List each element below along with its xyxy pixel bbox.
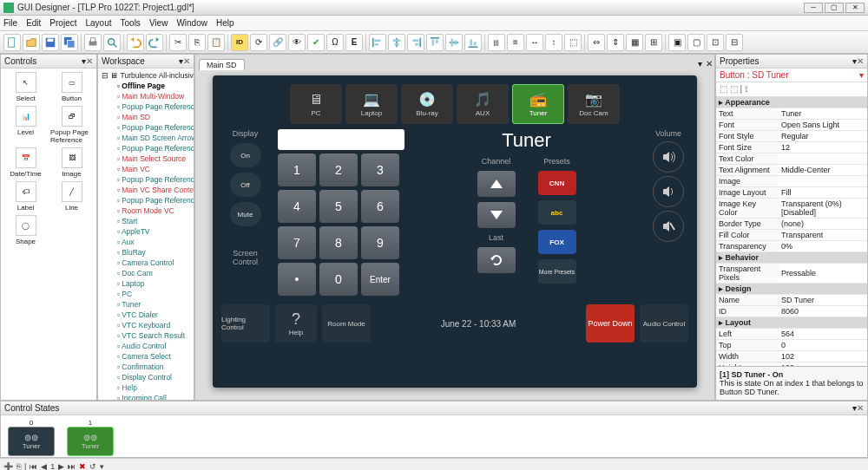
channel-up-button[interactable] [477, 171, 516, 197]
menu-edit[interactable]: Edit [26, 18, 41, 28]
key-2[interactable]: 2 [319, 153, 358, 186]
bring-front-icon[interactable]: ▣ [668, 34, 686, 51]
panel-close-icon[interactable]: ✕ [857, 403, 864, 413]
tree-item[interactable]: ▫ Popup Page Reference1 [100, 101, 192, 112]
prop-value[interactable]: Middle-Center [779, 165, 867, 176]
prop-value[interactable]: Open Sans Light [779, 120, 867, 131]
check-icon[interactable]: ✔ [307, 34, 325, 51]
undo-icon[interactable] [127, 34, 144, 51]
preview-icon[interactable] [103, 34, 121, 51]
tree-item[interactable]: ▫ Laptop [100, 278, 192, 289]
preset-cnn[interactable]: CNN [538, 171, 576, 195]
reset-icon[interactable]: ↺ [89, 462, 96, 471]
tree-item[interactable]: ▫ Main SD Screen Arrows [100, 133, 192, 143]
tree-item[interactable]: ▫ Main VC Share Content [100, 185, 192, 195]
add-state-icon[interactable]: ➕ [3, 462, 13, 471]
tree-item[interactable]: ▫ Popup Page Reference1 [100, 143, 192, 153]
menu-layout[interactable]: Layout [85, 18, 111, 28]
tab-dropdown-icon[interactable]: ▾ [696, 57, 704, 70]
prop-value[interactable] [779, 153, 867, 165]
key-9[interactable]: 9 [361, 226, 399, 259]
panel-close-icon[interactable]: ✕ [857, 56, 864, 66]
key-3[interactable]: 3 [361, 153, 399, 186]
menu-project[interactable]: Project [49, 18, 76, 28]
distribute-h-icon[interactable]: ⫼ [488, 34, 505, 51]
tree-item[interactable]: ▫ Confirmation [100, 362, 192, 372]
tree-item[interactable]: ▫ VTC Dialer [100, 310, 192, 320]
properties-toolbar[interactable]: ⬚ ⬚ | ⟟ [716, 82, 867, 97]
align-bottom-icon[interactable] [464, 34, 482, 51]
prop-category[interactable]: ▸ Layout [716, 317, 867, 329]
menu-help[interactable]: Help [216, 18, 234, 28]
tree-item[interactable]: ▫ Popup Page Reference1 [100, 122, 192, 133]
prop-value[interactable]: 564 [779, 329, 867, 340]
new-icon[interactable] [3, 34, 21, 51]
volume-up-button[interactable] [653, 141, 684, 173]
link-icon[interactable]: 🔗 [269, 34, 286, 51]
tree-item[interactable]: ▫ Main SD [100, 112, 192, 122]
print-icon[interactable] [84, 34, 102, 51]
menu-file[interactable]: File [3, 18, 17, 28]
control-shape[interactable]: ◯Shape [4, 215, 47, 245]
tree-item[interactable]: ▫ Main Multi-Window [100, 91, 192, 101]
maximize-button[interactable]: ▢ [825, 3, 844, 13]
control-level[interactable]: 📊Level [4, 106, 47, 144]
snap-icon[interactable]: ⊞ [645, 34, 662, 51]
save-icon[interactable] [42, 34, 59, 51]
control-button[interactable]: ▭Button [50, 72, 93, 102]
source-blu-ray[interactable]: 💿Blu-ray [401, 84, 453, 124]
source-aux[interactable]: 🎵AUX [457, 84, 509, 124]
distribute-v-icon[interactable]: ≡ [507, 34, 524, 51]
tree-item[interactable]: ▫ Room Mode VC [100, 206, 192, 216]
copy-icon[interactable]: ⎘ [188, 34, 206, 51]
delete-icon[interactable]: ✖ [79, 462, 86, 471]
state-thumb-1[interactable]: 1 ⊚⊚Tuner [63, 419, 117, 456]
source-doc cam[interactable]: 📷Doc Cam [568, 84, 620, 124]
menu-window[interactable]: Window [176, 18, 207, 28]
channel-down-button[interactable] [477, 202, 516, 228]
tree-item[interactable]: ▫ Help [100, 382, 192, 393]
volume-down-button[interactable] [653, 176, 684, 207]
align-top-icon[interactable] [426, 34, 444, 51]
prop-value[interactable]: 0 [779, 340, 867, 351]
align-right-icon[interactable] [407, 34, 424, 51]
key-1[interactable]: 1 [278, 153, 316, 186]
align-left-icon[interactable] [369, 34, 386, 51]
key-0[interactable]: 0 [319, 263, 358, 296]
key-4[interactable]: 4 [278, 190, 316, 223]
same-size-icon[interactable]: ⬚ [564, 34, 582, 51]
tree-root[interactable]: ⊟ 🖥 Turbulence All-inclusive 1022 [100, 70, 192, 81]
source-tuner[interactable]: 📻Tuner [512, 84, 564, 124]
key-7[interactable]: 7 [278, 226, 316, 259]
same-height-icon[interactable]: ↕ [545, 34, 562, 51]
prop-value[interactable]: 12 [779, 142, 867, 153]
on-button[interactable]: On [230, 143, 261, 167]
control-date-time[interactable]: 📅Date/Time [4, 147, 47, 178]
grid-icon[interactable]: ▦ [626, 34, 643, 51]
close-button[interactable]: ✕ [845, 3, 865, 13]
space-h-icon[interactable]: ⇔ [588, 34, 605, 51]
align-middle-icon[interactable] [445, 34, 463, 51]
tree-item[interactable]: ▫ Aux [100, 237, 192, 247]
e-icon[interactable]: E [345, 34, 363, 51]
tree-item[interactable]: ▫ Offline Page [100, 81, 192, 91]
paste-icon[interactable]: 📋 [207, 34, 225, 51]
tree-item[interactable]: ▫ BluRay [100, 247, 192, 258]
tree-item[interactable]: ▫ VTC Keyboard [100, 320, 192, 330]
prop-value[interactable]: 102 [779, 351, 867, 362]
omega-icon[interactable]: Ω [326, 34, 344, 51]
prop-category[interactable]: ▸ Design [716, 284, 867, 295]
design-tab[interactable]: Main SD [199, 59, 245, 70]
control-label[interactable]: 🏷Label [4, 181, 47, 212]
cut-icon[interactable]: ✂ [169, 34, 187, 51]
key-•[interactable]: • [278, 263, 316, 296]
tree-item[interactable]: ▫ Tuner [100, 299, 192, 310]
tree-item[interactable]: ▫ PC [100, 289, 192, 299]
space-v-icon[interactable]: ⇕ [607, 34, 624, 51]
screen-control-label[interactable]: Screen Control [221, 249, 269, 266]
source-pc[interactable]: 🖥PC [290, 84, 342, 124]
minimize-button[interactable]: ─ [804, 3, 823, 13]
saveall-icon[interactable] [61, 34, 78, 51]
menu-view[interactable]: View [149, 18, 168, 28]
align-center-h-icon[interactable] [388, 34, 405, 51]
